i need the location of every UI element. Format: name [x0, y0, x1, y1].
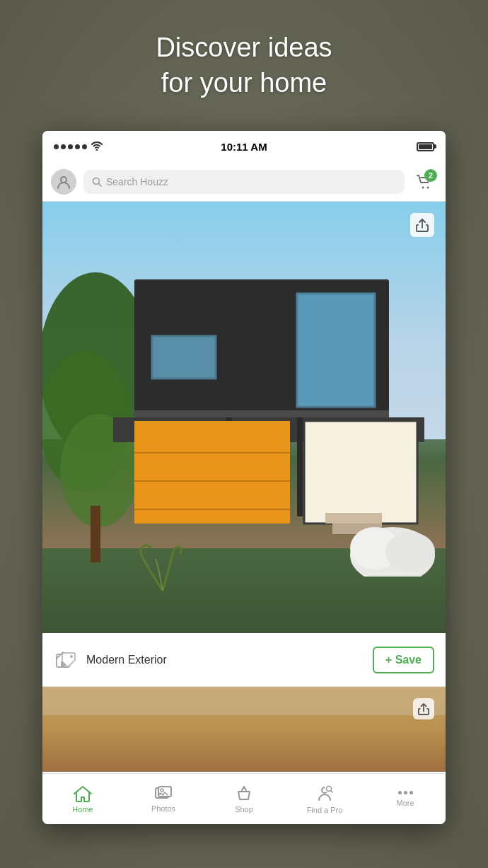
wifi-icon	[91, 141, 103, 153]
house-tag-icon	[55, 649, 78, 671]
signal-dot-3	[68, 144, 73, 149]
title-line2: for your home	[161, 68, 327, 98]
signal-dot-5	[82, 144, 87, 149]
main-image	[42, 202, 446, 633]
nav-label-find-pro: Find a Pro	[307, 806, 343, 814]
svg-point-1	[61, 177, 66, 183]
house-illustration	[42, 202, 446, 633]
status-time: 10:11 AM	[221, 141, 267, 153]
signal-dot-4	[75, 144, 80, 149]
second-share-button[interactable]	[413, 698, 434, 719]
nav-item-shop[interactable]: Shop	[204, 774, 284, 824]
svg-line-3	[99, 183, 102, 186]
svg-point-0	[97, 149, 98, 150]
dot-2	[404, 791, 407, 794]
svg-rect-34	[158, 787, 171, 797]
nav-label-more: More	[396, 799, 414, 807]
share-button[interactable]	[410, 213, 434, 237]
search-icon	[92, 177, 102, 187]
hero-title: Discover ideas for your home	[156, 30, 332, 100]
svg-rect-11	[152, 336, 216, 378]
nav-label-photos: Photos	[151, 804, 175, 813]
svg-rect-19	[304, 421, 417, 523]
bushes	[347, 513, 438, 577]
signal-dots	[54, 144, 87, 149]
shop-nav-icon	[236, 785, 252, 802]
phone-frame: 10:11 AM Search Houzz	[42, 131, 446, 824]
status-right	[417, 142, 434, 151]
cart-badge: 2	[424, 169, 437, 182]
svg-point-5	[427, 186, 429, 188]
card-info-left: Modern Exterior	[54, 647, 167, 673]
home-nav-icon	[74, 785, 92, 802]
status-bar: 10:11 AM	[42, 131, 446, 162]
nav-item-find-pro[interactable]: Find a Pro	[284, 774, 365, 824]
nav-item-photos[interactable]: Photos	[123, 774, 204, 824]
share-icon	[416, 218, 429, 232]
find-pro-nav-icon	[316, 785, 333, 803]
svg-rect-21	[134, 421, 290, 523]
cart-button[interactable]: 2	[412, 169, 437, 195]
battery-fill	[419, 144, 432, 149]
svg-rect-18	[297, 417, 303, 516]
more-dots-icon	[398, 791, 413, 794]
search-input-wrapper[interactable]: Search Houzz	[83, 170, 405, 194]
second-card-top	[42, 687, 446, 715]
card-title: Modern Exterior	[86, 654, 167, 666]
second-share-icon	[418, 702, 429, 715]
second-card-preview	[42, 687, 446, 772]
battery-icon	[417, 142, 434, 151]
nav-label-shop: Shop	[235, 805, 253, 814]
svg-rect-13	[297, 294, 375, 407]
hero-title-area: Discover ideas for your home	[0, 0, 488, 131]
title-line1: Discover ideas	[156, 33, 332, 62]
home-tag-icon	[54, 647, 79, 673]
signal-dot-1	[54, 144, 59, 149]
dot-1	[398, 791, 402, 794]
signal-dot-2	[61, 144, 66, 149]
avatar-icon	[56, 174, 71, 190]
nav-item-home[interactable]: Home	[42, 774, 123, 824]
card-info: Modern Exterior + Save	[42, 633, 446, 687]
save-button[interactable]: + Save	[373, 647, 434, 673]
bottom-nav: Home Photos Shop	[42, 773, 446, 824]
search-bar-area: Search Houzz 2	[42, 162, 446, 202]
dot-3	[409, 791, 413, 794]
nav-label-home: Home	[72, 805, 93, 814]
nav-item-more[interactable]: More	[365, 774, 446, 824]
svg-point-32	[70, 655, 73, 658]
search-placeholder: Search Houzz	[106, 176, 168, 187]
svg-point-29	[385, 532, 435, 572]
svg-point-4	[422, 186, 424, 188]
status-left	[54, 141, 103, 153]
svg-rect-9	[91, 506, 100, 562]
photos-nav-icon	[155, 786, 172, 802]
avatar-button[interactable]	[51, 169, 76, 195]
plants	[134, 520, 191, 591]
